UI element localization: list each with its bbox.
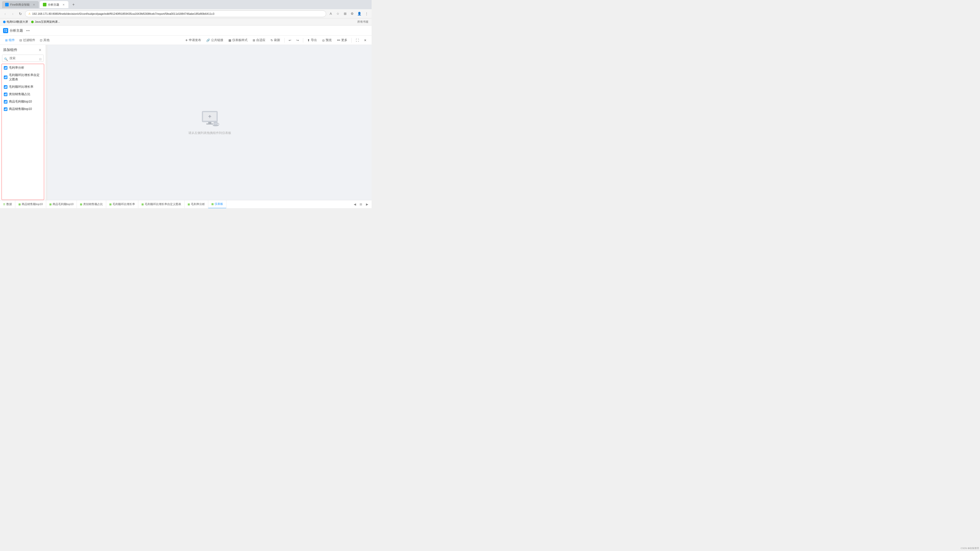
category-sales-tab-icon: ▦ bbox=[80, 203, 82, 206]
filter-icon[interactable]: ⊟ bbox=[39, 57, 41, 61]
gross-profit-growth-tab-icon: ▦ bbox=[109, 203, 111, 206]
product-gross-tab-icon: ▦ bbox=[49, 203, 52, 206]
add-tab-button[interactable]: + bbox=[70, 2, 76, 8]
app-more-icon[interactable]: ••• bbox=[25, 28, 31, 33]
auto-adapt-icon: ⊞ bbox=[253, 38, 255, 42]
preview-button[interactable]: ◎ 预览 bbox=[320, 37, 334, 43]
more-icon: ••• bbox=[337, 38, 340, 42]
toolbar-components-tab[interactable]: ⊞ 组件 bbox=[3, 37, 17, 43]
apply-publish-icon: ✈ bbox=[185, 38, 188, 42]
redo-button[interactable]: ↪ bbox=[294, 38, 301, 43]
exit-button[interactable]: ✕ bbox=[362, 38, 369, 43]
bookmark-star-icon[interactable]: ☆ bbox=[335, 11, 341, 17]
fullscreen-icon: ⛶ bbox=[356, 38, 359, 42]
toolbar-others-tab[interactable]: ⊡ 其他 bbox=[38, 37, 52, 43]
tab-action-left[interactable]: ◀ bbox=[352, 202, 357, 207]
dashboard-style-button[interactable]: ▦ 仪表板样式 bbox=[226, 37, 250, 43]
auto-adapt-label: 自适应 bbox=[256, 38, 266, 42]
canvas-area[interactable]: 请从左侧列表拖拽组件到仪表板 bbox=[48, 45, 372, 200]
more-button[interactable]: ••• 更多 bbox=[335, 37, 349, 43]
bottom-tab-category-sales[interactable]: ▦ 类别销售额占比 bbox=[77, 200, 106, 208]
svg-rect-9 bbox=[6, 76, 6, 78]
bottom-tab-gross-profit-analysis[interactable]: ▦ 毛利率分析 bbox=[185, 200, 208, 208]
extensions-icon[interactable]: ⚙ bbox=[349, 11, 355, 17]
svg-rect-19 bbox=[5, 109, 5, 110]
toolbar-divider-2 bbox=[303, 38, 303, 43]
list-item-label-5: 商品销售额top10 bbox=[9, 107, 32, 111]
forward-button[interactable]: › bbox=[10, 11, 16, 17]
list-item-gross-profit-growth-custom[interactable]: 毛利额环比增长率自定义图表 bbox=[2, 71, 44, 83]
gross-profit-analysis-tab-label: 毛利率分析 bbox=[191, 202, 205, 206]
refresh-button[interactable]: ↻ bbox=[18, 11, 24, 17]
profile-icon[interactable]: 👤 bbox=[356, 11, 363, 17]
preview-icon: ◎ bbox=[322, 38, 325, 42]
svg-rect-12 bbox=[6, 86, 6, 88]
svg-rect-26 bbox=[210, 115, 210, 118]
address-bar: ‹ › ↻ ⚠ 192.168.171.80:8080/finebi/decis… bbox=[0, 9, 372, 18]
svg-rect-4 bbox=[5, 68, 5, 69]
translate-icon[interactable]: A bbox=[328, 11, 334, 17]
panel-header: 添加组件 ✕ bbox=[0, 45, 46, 55]
search-icon: 🔍 bbox=[4, 57, 8, 61]
app-header: 分析主题 ••• bbox=[0, 25, 372, 36]
list-item-category-sales[interactable]: 类别销售额占比 bbox=[2, 91, 44, 98]
list-item-product-sales-top10[interactable]: 商品销售额top10 bbox=[2, 105, 44, 113]
toolbar-divider-1 bbox=[284, 38, 285, 43]
analysis-favicon bbox=[43, 3, 46, 6]
bottom-tab-data[interactable]: ☰ 数据 bbox=[0, 200, 15, 208]
bottom-tab-product-gross-top10[interactable]: ▦ 商品毛利额top10 bbox=[46, 200, 77, 208]
browser-tab-analysis[interactable]: 分析主题 ✕ bbox=[40, 1, 68, 8]
bookmark-java-icon bbox=[31, 21, 34, 23]
collections-icon[interactable]: ⊞ bbox=[342, 11, 348, 17]
gross-profit-growth-tab-label: 毛利额环比增长率 bbox=[113, 202, 135, 206]
bookmark-java[interactable]: Java互联网架构课... bbox=[31, 20, 60, 24]
toolbar-filters-tab[interactable]: ⊟ 过滤组件 bbox=[18, 37, 37, 43]
tab-action-grid[interactable]: ⊞ bbox=[358, 202, 363, 207]
public-link-button[interactable]: 🔗 公共链接 bbox=[204, 37, 225, 43]
tab-action-right[interactable]: ▶ bbox=[364, 202, 369, 207]
gross-profit-analysis-tab-icon: ▦ bbox=[188, 203, 190, 206]
finebi-tab-close[interactable]: ✕ bbox=[32, 3, 36, 6]
others-label: 其他 bbox=[43, 38, 49, 42]
analysis-tab-close[interactable]: ✕ bbox=[62, 3, 65, 6]
bottom-tab-gross-profit-growth-custom[interactable]: ▦ 毛利额环比增长率自定义图表 bbox=[138, 200, 185, 208]
export-label: 导出 bbox=[311, 38, 317, 42]
list-item-gross-profit-analysis[interactable]: 毛利率分析 bbox=[2, 64, 44, 71]
apply-publish-button[interactable]: ✈ 申请发布 bbox=[183, 37, 203, 43]
bookmark-ecommerce-label: 电商618数据大屏 bbox=[6, 20, 28, 24]
list-item-gross-profit-growth[interactable]: 毛利额环比增长率 bbox=[2, 83, 44, 91]
browser-menu-icon[interactable]: ⋮ bbox=[363, 11, 369, 17]
export-button[interactable]: ⬆ 导出 bbox=[305, 37, 319, 43]
list-item-label-4: 商品毛利额top10 bbox=[9, 100, 32, 104]
dashboard-style-label: 仪表板样式 bbox=[232, 38, 248, 42]
bottom-tab-gross-profit-growth[interactable]: ▦ 毛利额环比增长率 bbox=[106, 200, 138, 208]
bookmark-java-label: Java互联网架构课... bbox=[35, 20, 60, 24]
browser-tab-finebi[interactable]: FineBI商业智能 ✕ bbox=[2, 1, 39, 8]
svg-rect-14 bbox=[5, 94, 6, 95]
toolbar-left: ⊞ 组件 ⊟ 过滤组件 ⊡ 其他 bbox=[3, 37, 183, 43]
back-button[interactable]: ‹ bbox=[2, 11, 8, 17]
auto-adapt-button[interactable]: ⊞ 自适应 bbox=[251, 37, 267, 43]
lock-icon: ⚠ bbox=[28, 12, 30, 15]
apply-publish-label: 申请发布 bbox=[189, 38, 201, 42]
panel-close-button[interactable]: ✕ bbox=[38, 48, 43, 52]
public-link-icon: 🔗 bbox=[206, 38, 210, 42]
components-label: 组件 bbox=[9, 38, 15, 42]
resize-handle[interactable]: ⋮ bbox=[46, 45, 48, 200]
analysis-tab-label: 分析主题 bbox=[48, 3, 59, 6]
fullscreen-button[interactable]: ⛶ bbox=[354, 38, 361, 43]
bottom-tab-product-sales-top10[interactable]: ▦ 商品销售额top10 bbox=[15, 200, 46, 208]
list-item-label-3: 类别销售额占比 bbox=[9, 92, 30, 97]
redo-icon: ↪ bbox=[296, 38, 299, 42]
bookmark-ecommerce[interactable]: 电商618数据大屏 bbox=[3, 20, 28, 24]
canvas-empty-icon bbox=[200, 110, 220, 128]
address-input[interactable]: ⚠ 192.168.171.80:8080/finebi/decision/v5… bbox=[25, 11, 326, 17]
bottom-tab-dashboard[interactable]: ▦ 仪表板 bbox=[208, 200, 226, 208]
filters-icon: ⊟ bbox=[19, 38, 22, 42]
list-item-product-gross-top10[interactable]: 商品毛利额top10 bbox=[2, 98, 44, 105]
refresh-dashboard-button[interactable]: ↻ 刷新 bbox=[269, 37, 282, 43]
bookmarks-manager[interactable]: 所有书签 bbox=[357, 20, 369, 24]
undo-button[interactable]: ↩ bbox=[286, 38, 293, 43]
search-input[interactable] bbox=[2, 55, 44, 62]
product-sales-tab-icon: ▦ bbox=[18, 203, 21, 206]
